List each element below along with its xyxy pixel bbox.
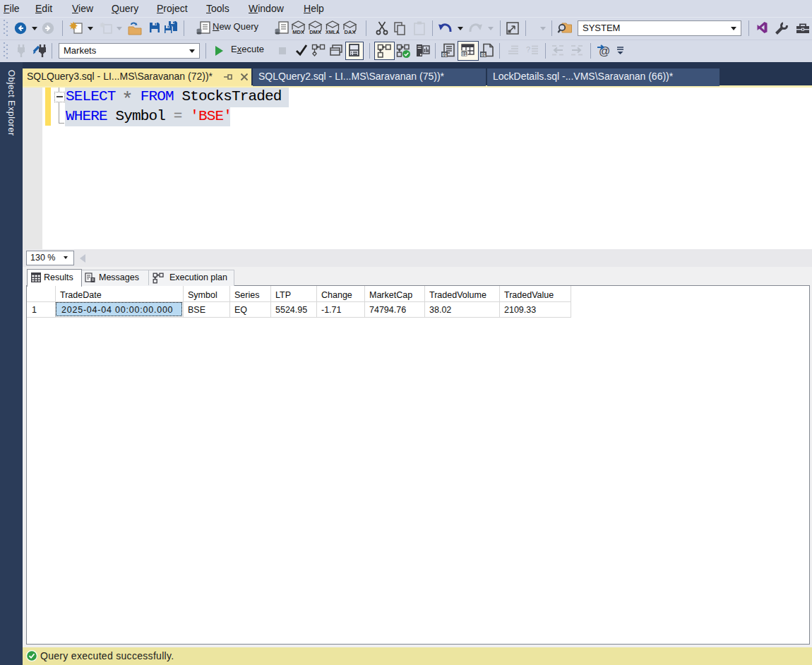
svg-text:01: 01	[462, 52, 467, 56]
svg-text:DMX: DMX	[309, 29, 321, 35]
svg-text:XMLA: XMLA	[326, 30, 340, 35]
svg-text:DAX: DAX	[345, 29, 356, 35]
svg-text:01: 01	[442, 52, 448, 57]
svg-text:MDX: MDX	[292, 29, 304, 35]
svg-text:01: 01	[481, 52, 486, 57]
svg-text:?: ?	[526, 45, 530, 54]
